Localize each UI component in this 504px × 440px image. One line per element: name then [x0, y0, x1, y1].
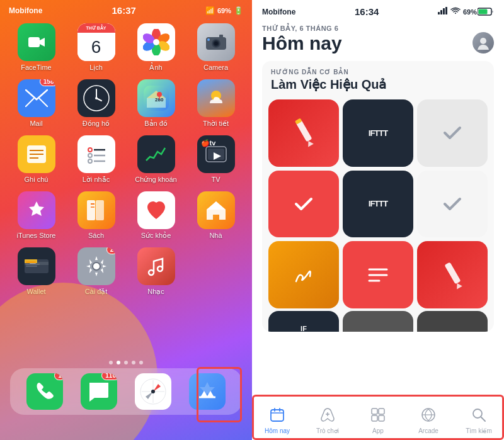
photos-icon	[137, 23, 175, 61]
dock-messages-icon: 110	[81, 373, 117, 410]
mosaic-pencil1	[268, 99, 339, 167]
app-itunes[interactable]: iTunes Store	[10, 191, 62, 240]
nav-search[interactable]: Tìm kiếm	[454, 403, 504, 434]
app-home[interactable]: Nhà	[190, 191, 242, 240]
tv-label: TV	[211, 176, 220, 183]
app-mail[interactable]: 158 Mail	[10, 79, 62, 128]
svg-rect-41	[87, 200, 95, 220]
app-reminders[interactable]: Lời nhắc	[70, 135, 122, 184]
reminders-label: Lời nhắc	[83, 176, 110, 184]
clock-label: Đồng hồ	[83, 120, 110, 128]
camera-label: Camera	[203, 64, 228, 71]
dock-phone[interactable]: 1	[26, 373, 63, 410]
mosaic-partial3	[417, 311, 488, 332]
app-books[interactable]: Sách	[70, 191, 122, 240]
facetime-icon	[18, 23, 55, 61]
nav-apps-icon	[371, 408, 385, 426]
svg-point-33	[88, 148, 92, 152]
time-left: 16:37	[112, 5, 135, 16]
maps-icon: 280	[137, 79, 175, 117]
dot-2	[117, 361, 120, 364]
svg-rect-51	[26, 261, 36, 263]
mail-label: Mail	[30, 120, 42, 127]
svg-rect-85	[379, 415, 384, 421]
svg-point-8	[153, 39, 159, 45]
stocks-label: Chứng khoán	[135, 176, 176, 184]
app-facetime[interactable]: FaceTime	[10, 23, 62, 72]
app-photos[interactable]: Ảnh	[130, 23, 182, 72]
mail-badge: 158	[40, 79, 55, 86]
reminders-icon	[77, 135, 115, 173]
health-label: Sức khỏe	[141, 232, 171, 240]
app-grid-row3: Ghi chú Lời nhắc Chứng khoán 🍎tv TV	[0, 130, 252, 189]
dock-appstore[interactable]	[189, 373, 226, 410]
nav-games-label: Trò chơi	[316, 427, 339, 434]
nav-arcade[interactable]: Arcade	[403, 403, 454, 434]
phone-badge: 1	[54, 373, 63, 380]
stocks-icon	[137, 135, 175, 173]
app-maps[interactable]: 280 Bản đồ	[130, 79, 182, 128]
dot-1	[109, 361, 113, 364]
nav-arcade-label: Arcade	[418, 427, 438, 434]
photos-label: Ảnh	[149, 64, 162, 72]
mosaic-if-dark: IF	[268, 311, 339, 332]
svg-rect-52	[26, 264, 40, 265]
carrier-right: Mobifone	[262, 8, 295, 16]
app-weather[interactable]: Thời tiết	[190, 79, 242, 128]
nav-search-label: Tìm kiếm	[466, 427, 492, 434]
app-settings[interactable]: 2 Cài đặt	[70, 247, 122, 296]
app-tv[interactable]: 🍎tv TV	[190, 135, 242, 184]
svg-point-14	[207, 38, 210, 41]
nav-games[interactable]: Trò chơi	[302, 403, 353, 434]
nav-today-label: Hôm nay	[265, 427, 290, 434]
battery-left: 69%	[217, 7, 231, 14]
status-icons-left: 📶 69% 🔋	[205, 6, 243, 15]
header-text: THỨ BẢY, 6 THÁNG 6 Hôm nay	[262, 25, 342, 54]
nav-today[interactable]: Hôm nay	[252, 403, 302, 434]
app-mosaic: IFTTT IFTTT	[262, 97, 494, 311]
app-stocks[interactable]: Chứng khoán	[130, 135, 182, 184]
mosaic-ifttt1: IFTTT	[343, 99, 413, 167]
svg-rect-53	[26, 266, 37, 267]
nav-apps[interactable]: App	[353, 403, 403, 434]
svg-rect-62	[440, 10, 442, 14]
user-avatar[interactable]	[472, 32, 494, 54]
dock-safari[interactable]	[135, 373, 171, 410]
music-icon	[137, 247, 175, 285]
app-clock[interactable]: Đồng hồ	[70, 79, 122, 128]
right-phone: Mobifone 16:34 69% THỨ BẢY, 6 THÁNG 6	[252, 0, 504, 440]
app-wallet[interactable]: Wallet	[10, 247, 62, 296]
feature-card[interactable]: HƯỚNG DẪN CƠ BẢN Làm Việc Hiệu Quả IFTTT	[262, 61, 494, 332]
svg-point-26	[157, 92, 162, 97]
home-icon	[197, 191, 235, 229]
mosaic-signature	[268, 241, 339, 308]
dot-4	[132, 361, 135, 364]
nav-arcade-icon	[421, 408, 435, 426]
svg-marker-1	[40, 38, 45, 47]
svg-rect-42	[96, 200, 104, 220]
svg-rect-82	[372, 409, 377, 414]
mosaic-todoist	[268, 171, 339, 238]
app-notes[interactable]: Ghi chú	[10, 135, 62, 184]
app-calendar[interactable]: THỨ BẢY 6 Lịch	[70, 23, 122, 72]
camera-icon	[197, 23, 235, 61]
app-music[interactable]: Nhạc	[130, 247, 182, 296]
svg-point-22	[95, 97, 98, 99]
app-health[interactable]: Sức khỏe	[130, 191, 182, 240]
svg-rect-76	[271, 410, 284, 421]
app-camera[interactable]: Camera	[190, 23, 242, 72]
tv-icon: 🍎tv	[197, 135, 235, 173]
svg-rect-0	[28, 37, 40, 47]
weather-label: Thời tiết	[203, 120, 229, 128]
dot-5	[139, 361, 143, 364]
cal-day-num: 6	[91, 38, 101, 56]
mosaic-check1	[417, 99, 488, 167]
calendar-label: Lịch	[89, 64, 103, 72]
mail-icon: 158	[18, 79, 55, 117]
nav-today-icon	[270, 408, 284, 426]
svg-line-89	[481, 417, 485, 421]
mosaic-bottom-row: IF	[262, 311, 494, 332]
as-date: THỨ BẢY, 6 THÁNG 6	[262, 25, 342, 33]
facetime-label: FaceTime	[21, 64, 52, 71]
dock-messages[interactable]: 110	[81, 373, 117, 410]
